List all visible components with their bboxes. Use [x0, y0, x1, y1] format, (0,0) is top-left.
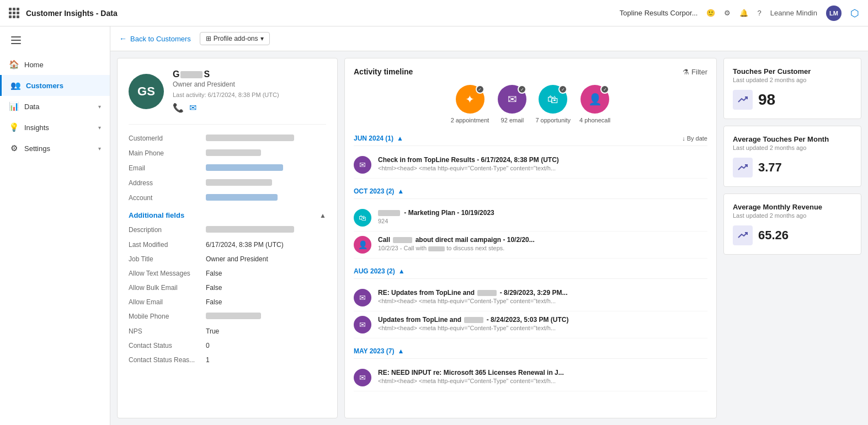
hamburger-icon[interactable] [0, 26, 110, 54]
metric-value-avg-touches: 3.77 [758, 160, 782, 175]
sidebar-item-insights[interactable]: 💡 Insights ▾ [0, 117, 110, 138]
email-envelope-icon: ✉ [508, 93, 517, 106]
timeline-item-subtitle: <html><head> <meta http-equiv="Content-T… [378, 378, 707, 384]
timeline-item-content: Updates from TopLine and - 8/24/2023, 5:… [378, 316, 707, 333]
activity-opportunity[interactable]: 🛍 ✓ 7 opportunity [535, 85, 571, 123]
address-label: Address [129, 179, 206, 187]
back-to-customers-button[interactable]: ← Back to Customers [119, 34, 191, 43]
activity-email[interactable]: ✉ ✓ 92 email [498, 85, 526, 123]
allow-text-label: Allow Text Messages [129, 270, 206, 277]
timeline-item-subtitle: <html><head> <meta http-equiv="Content-T… [378, 165, 707, 171]
metric-trend-icon-revenue [733, 225, 753, 245]
field-allow-text: Allow Text Messages False [129, 266, 326, 281]
timeline-sort-button[interactable]: ↓ By date [682, 135, 707, 142]
customer-id-label: CustomerId [129, 135, 206, 143]
insights-expand-icon: ▾ [98, 125, 101, 131]
allow-bulk-email-label: Allow Bulk Email [129, 284, 206, 292]
profile-addons-label: Profile add-ons [214, 35, 258, 42]
metric-subtitle-revenue: Last updated 2 months ago [733, 212, 852, 219]
email-badge: ✓ [518, 85, 526, 94]
last-modified-value: 6/17/2024, 8:38 PM (UTC) [206, 241, 326, 249]
allow-email-value: False [206, 298, 326, 306]
timeline-item-title: - Marketing Plan - 10/19/2023 [378, 209, 707, 217]
profile-header: GS GS Owner and President Last activity:… [129, 69, 326, 113]
profile-avatar: GS [129, 74, 164, 109]
metric-value-row-touches: 98 [733, 90, 852, 110]
may2023-text: MAY 2023 (7) [354, 347, 394, 355]
additional-fields-toggle[interactable]: Additional fields ▲ [129, 206, 326, 223]
timeline-item[interactable]: 🛍 - Marketing Plan - 10/19/2023 924 [354, 205, 707, 232]
timeline-item-subtitle: 924 [378, 218, 707, 224]
metric-title-avg-touches: Average Touches Per Month [733, 135, 852, 143]
sidebar-customers-label: Customers [26, 82, 63, 90]
metric-value-row-avg-touches: 3.77 [733, 158, 852, 177]
timeline-item[interactable]: ✉ RE: Updates from TopLine and - 8/29/20… [354, 284, 707, 311]
timeline-item-content: RE: NEED INPUT re: Microsoft 365 License… [378, 369, 707, 386]
topbar: Customer Insights - Data Topline Results… [0, 0, 868, 26]
topbar-right: Topline Results Corpor... 🙂 ⚙ 🔔 ? Leanne… [620, 6, 859, 21]
phonecall-circle: 👤 ✓ [581, 85, 609, 114]
bell-icon[interactable]: 🔔 [739, 9, 748, 17]
oct2023-label[interactable]: OCT 2023 (2) ▲ [354, 187, 404, 195]
description-value [206, 226, 326, 234]
timeline-item-content: Call about direct mail campaign - 10/2/2… [378, 236, 707, 254]
field-address: Address [129, 176, 326, 191]
sidebar-data-label: Data [24, 103, 39, 111]
filter-label: Filter [691, 68, 707, 76]
field-job-title: Job Title Owner and President [129, 252, 326, 266]
sidebar-settings-label: Settings [24, 144, 50, 153]
sidebar-settings-icon: ⚙ [9, 143, 19, 153]
metric-title-revenue: Average Monthly Revenue [733, 203, 852, 211]
sidebar-item-settings[interactable]: ⚙ Settings ▾ [0, 138, 110, 159]
timeline-item[interactable]: ✉ Check in from TopLine Results - 6/17/2… [354, 152, 707, 179]
email-action-icon[interactable]: ✉ [189, 103, 196, 113]
timeline-item-title: Updates from TopLine and - 8/24/2023, 5:… [378, 316, 707, 324]
user-avatar[interactable]: LM [826, 6, 842, 21]
nps-label: NPS [129, 327, 206, 335]
metric-value-revenue: 65.26 [758, 228, 789, 243]
metric-card-avg-monthly-revenue: Average Monthly Revenue Last updated 2 m… [723, 193, 861, 255]
help-icon[interactable]: ? [757, 9, 761, 17]
sidebar-item-data[interactable]: 📊 Data ▾ [0, 96, 110, 117]
body-wrap: 🏠 Home 👥 Customers 📊 Data ▾ 💡 Insights ▾… [0, 26, 868, 425]
additional-fields-label: Additional fields [129, 211, 184, 219]
activity-phonecall[interactable]: 👤 ✓ 4 phonecall [579, 85, 610, 123]
timeline-item-title: Call about direct mail campaign - 10/2/2… [378, 236, 707, 244]
timeline-group-header-aug2023: AUG 2023 (2) ▲ [354, 267, 707, 279]
aug2023-label[interactable]: AUG 2023 (2) ▲ [354, 267, 405, 275]
sidebar-item-customers[interactable]: 👥 Customers [0, 75, 110, 96]
jun2024-chevron-icon: ▲ [397, 135, 403, 142]
timeline-item[interactable]: 👤 Call about direct mail campaign - 10/2… [354, 232, 707, 259]
account-value[interactable] [206, 194, 326, 202]
emoji-icon[interactable]: 🙂 [706, 9, 715, 17]
profile-info: GS Owner and President Last activity: 6/… [173, 69, 279, 113]
contact-status-label: Contact Status [129, 342, 206, 349]
profile-fields: CustomerId Main Phone Email Address [129, 124, 326, 206]
activity-appointment[interactable]: ✦ ✓ 2 appointment [451, 85, 489, 123]
field-allow-email: Allow Email False [129, 295, 326, 309]
sidebar-insights-label: Insights [24, 123, 49, 132]
oct2023-chevron-icon: ▲ [397, 187, 404, 195]
appointment-circle: ✦ ✓ [456, 85, 484, 114]
topbar-username: Leanne Mindin [770, 9, 817, 17]
phone-action-icon[interactable]: 📞 [173, 103, 184, 113]
timeline-task-icon: 🛍 [354, 209, 371, 227]
email-value[interactable] [206, 164, 326, 173]
email-label: Email [129, 164, 206, 173]
profile-addons-button[interactable]: ⊞ Profile add-ons ▾ [200, 32, 270, 45]
timeline-item[interactable]: ✉ Updates from TopLine and - 8/24/2023, … [354, 311, 707, 338]
may2023-label[interactable]: MAY 2023 (7) ▲ [354, 347, 404, 355]
timeline-group-header-may2023: MAY 2023 (7) ▲ [354, 347, 707, 359]
oct2023-text: OCT 2023 (2) [354, 187, 394, 195]
sidebar-item-home[interactable]: 🏠 Home [0, 54, 110, 75]
timeline-item-content: RE: Updates from TopLine and - 8/29/2023… [378, 289, 707, 306]
metric-value-touches: 98 [758, 91, 775, 109]
timeline-item[interactable]: ✉ RE: NEED INPUT re: Microsoft 365 Licen… [354, 364, 707, 391]
filter-button[interactable]: ⚗ Filter [683, 68, 707, 76]
additional-fields-chevron-icon: ▲ [319, 212, 326, 219]
waffle-icon[interactable] [9, 8, 19, 18]
back-label: Back to Customers [130, 35, 191, 43]
filter-icon: ⚗ [683, 68, 689, 76]
jun2024-label[interactable]: JUN 2024 (1) ▲ [354, 135, 403, 142]
settings-icon[interactable]: ⚙ [724, 9, 731, 17]
